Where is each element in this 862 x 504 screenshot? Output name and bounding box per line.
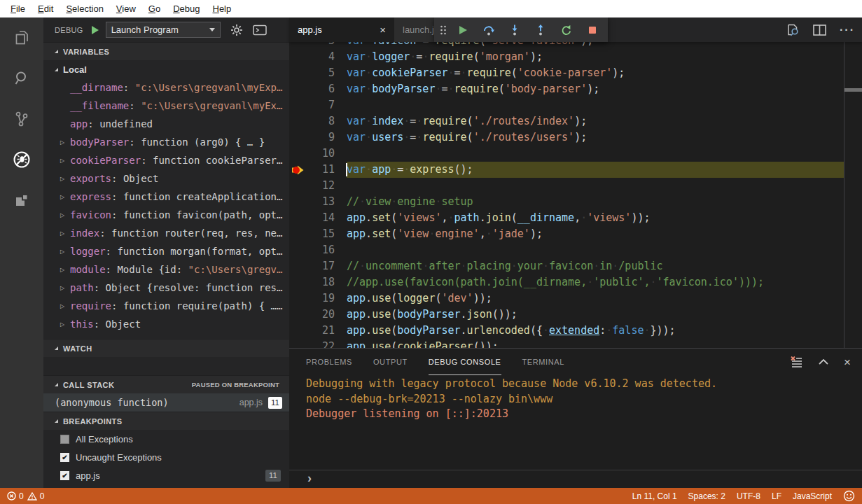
panel-tab-debug-console[interactable]: DEBUG CONSOLE xyxy=(429,349,501,375)
breakpoint-row[interactable]: ✔app.js11 xyxy=(43,466,289,484)
gutter-line-4[interactable]: 4 xyxy=(289,49,347,65)
twisty-collapsed-icon[interactable]: ▷ xyxy=(60,321,70,328)
variable-index[interactable]: ▷index: function router(req, res, ne… xyxy=(43,224,289,242)
code-line-5[interactable]: 5var·cookieParser·=·require('cookie-pars… xyxy=(289,65,862,81)
twisty-collapsed-icon[interactable]: ▷ xyxy=(60,230,70,237)
code-line-11[interactable]: 11var·app·=·express(); xyxy=(289,162,862,178)
gutter-line-5[interactable]: 5 xyxy=(289,65,347,81)
gutter-line-19[interactable]: 19 xyxy=(289,290,347,307)
variable-express[interactable]: ▷express: function createApplication… xyxy=(43,188,289,206)
language-mode[interactable]: JavaScript xyxy=(793,491,832,501)
breakpoint-checkbox[interactable] xyxy=(60,435,69,444)
toolbar-drag-handle[interactable] xyxy=(437,18,450,42)
twisty-collapsed-icon[interactable]: ▷ xyxy=(60,303,70,309)
variable-module[interactable]: ▷module: Module {id: "c:\Users\gregv… xyxy=(43,260,289,279)
panel-tab-terminal[interactable]: TERMINAL xyxy=(522,349,564,375)
gutter-line-7[interactable]: 7 xyxy=(289,97,347,113)
gutter-line-14[interactable]: 14 xyxy=(289,210,347,226)
call-stack-section-header[interactable]: CALL STACK PAUSED ON BREAKPOINT xyxy=(43,375,289,393)
panel-tab-output[interactable]: OUTPUT xyxy=(373,349,408,375)
activity-item-search[interactable] xyxy=(0,58,43,99)
breakpoint-checkbox[interactable]: ✔ xyxy=(60,453,69,462)
gutter-line-18[interactable]: 18 xyxy=(289,274,347,290)
step-over-button[interactable] xyxy=(475,18,501,42)
close-icon[interactable]: × xyxy=(380,24,386,35)
activity-item-extensions[interactable] xyxy=(0,180,43,220)
gutter-line-22[interactable]: 22 xyxy=(289,339,347,348)
close-panel-icon[interactable]: × xyxy=(844,356,851,368)
activity-item-debug[interactable] xyxy=(0,139,43,180)
variable-cookieParser[interactable]: ▷cookieParser: function cookieParser… xyxy=(43,151,289,169)
continue-button[interactable] xyxy=(450,18,475,42)
gutter-line-13[interactable]: 13 xyxy=(289,194,347,210)
menu-debug[interactable]: Debug xyxy=(167,4,206,14)
gutter-line-9[interactable]: 9 xyxy=(289,130,347,146)
twisty-collapsed-icon[interactable]: ▷ xyxy=(60,176,70,182)
code-line-20[interactable]: 20app.use(bodyParser.json()); xyxy=(289,307,862,323)
gutter-line-12[interactable]: 12 xyxy=(289,178,347,194)
activity-item-explorer[interactable] xyxy=(0,18,43,58)
code-line-3[interactable]: 3var·favicon·=·require('serve-favicon'); xyxy=(289,42,862,49)
code-line-13[interactable]: 13//·view·engine·setup xyxy=(289,194,862,210)
variable-app[interactable]: app: undefined xyxy=(43,115,289,133)
twisty-collapsed-icon[interactable]: ▷ xyxy=(60,285,70,291)
search-in-file-icon[interactable] xyxy=(785,22,800,37)
code-line-18[interactable]: 18//app.use(favicon(path.join(__dirname,… xyxy=(289,274,862,290)
code-line-22[interactable]: 22app.use(cookieParser()); xyxy=(289,339,862,348)
gutter-line-3[interactable]: 3 xyxy=(289,42,347,49)
code-line-19[interactable]: 19app.use(logger('dev')); xyxy=(289,290,862,307)
encoding[interactable]: UTF-8 xyxy=(737,491,760,501)
code-line-8[interactable]: 8var·index·=·require('./routes/index'); xyxy=(289,113,862,130)
breakpoints-section-header[interactable]: BREAKPOINTS xyxy=(43,412,289,430)
menu-view[interactable]: View xyxy=(110,4,142,14)
indentation[interactable]: Spaces: 2 xyxy=(688,491,725,501)
variable-logger[interactable]: ▷logger: function morgan(format, opt… xyxy=(43,242,289,260)
feedback-smiley-icon[interactable] xyxy=(843,490,855,502)
gutter-line-20[interactable]: 20 xyxy=(289,307,347,323)
code-line-16[interactable]: 16 xyxy=(289,242,862,258)
code-line-21[interactable]: 21app.use(bodyParser.urlencoded({·extend… xyxy=(289,323,862,339)
eol-sequence[interactable]: LF xyxy=(772,491,781,501)
menu-edit[interactable]: Edit xyxy=(32,4,60,14)
gutter-line-8[interactable]: 8 xyxy=(289,113,347,130)
gutter-line-15[interactable]: 15 xyxy=(289,226,347,242)
editor-scrollbar[interactable] xyxy=(844,42,862,348)
clear-console-icon[interactable] xyxy=(791,356,803,368)
panel-tab-problems[interactable]: PROBLEMS xyxy=(306,349,352,375)
twisty-collapsed-icon[interactable]: ▷ xyxy=(60,212,70,218)
code-line-14[interactable]: 14app.set('views',·path.join(__dirname,·… xyxy=(289,210,862,226)
variable-this[interactable]: ▷this: Object xyxy=(43,315,289,333)
tab-app-js[interactable]: app.js × xyxy=(289,18,394,42)
variable-exports[interactable]: ▷exports: Object xyxy=(43,169,289,188)
debug-configuration-select[interactable]: Launch Program xyxy=(106,22,221,38)
split-editor-icon[interactable] xyxy=(813,24,826,36)
code-line-6[interactable]: 6var·bodyParser·=·require('body-parser')… xyxy=(289,81,862,97)
gutter-line-11[interactable]: 11 xyxy=(289,162,347,178)
variables-section-header[interactable]: VARIABLES xyxy=(43,42,289,60)
gutter-line-16[interactable]: 16 xyxy=(289,242,347,258)
variable-require[interactable]: ▷require: function require(path) { …… xyxy=(43,297,289,315)
menu-file[interactable]: File xyxy=(4,4,32,14)
code-line-7[interactable]: 7 xyxy=(289,97,862,113)
variable-favicon[interactable]: ▷favicon: function favicon(path, opt… xyxy=(43,206,289,224)
open-debug-console-button[interactable] xyxy=(253,24,267,36)
debug-settings-button[interactable] xyxy=(230,24,243,36)
scrollbar-thumb[interactable] xyxy=(844,88,862,92)
warnings-status[interactable]: 0 xyxy=(27,491,45,501)
twisty-collapsed-icon[interactable]: ▷ xyxy=(60,139,70,146)
maximize-panel-icon[interactable] xyxy=(819,359,828,365)
code-line-17[interactable]: 17//·uncomment·after·placing·your·favico… xyxy=(289,258,862,274)
menu-help[interactable]: Help xyxy=(206,4,237,14)
twisty-collapsed-icon[interactable]: ▷ xyxy=(60,248,70,255)
step-out-button[interactable] xyxy=(527,18,553,42)
variable-__filename[interactable]: __filename: "c:\Users\gregvanl\myEx… xyxy=(43,97,289,115)
code-line-9[interactable]: 9var·users·=·require('./routes/users'); xyxy=(289,130,862,146)
code-line-15[interactable]: 15app.set('view·engine',·'jade'); xyxy=(289,226,862,242)
gutter-line-17[interactable]: 17 xyxy=(289,258,347,274)
breakpoint-checkbox[interactable]: ✔ xyxy=(60,471,69,480)
start-debug-button[interactable] xyxy=(90,25,100,35)
gutter-line-21[interactable]: 21 xyxy=(289,323,347,339)
code-line-4[interactable]: 4var·logger·=·require('morgan'); xyxy=(289,49,862,65)
variable-path[interactable]: ▷path: Object {resolve: function res… xyxy=(43,279,289,297)
breakpoint-row[interactable]: All Exceptions xyxy=(43,430,289,448)
